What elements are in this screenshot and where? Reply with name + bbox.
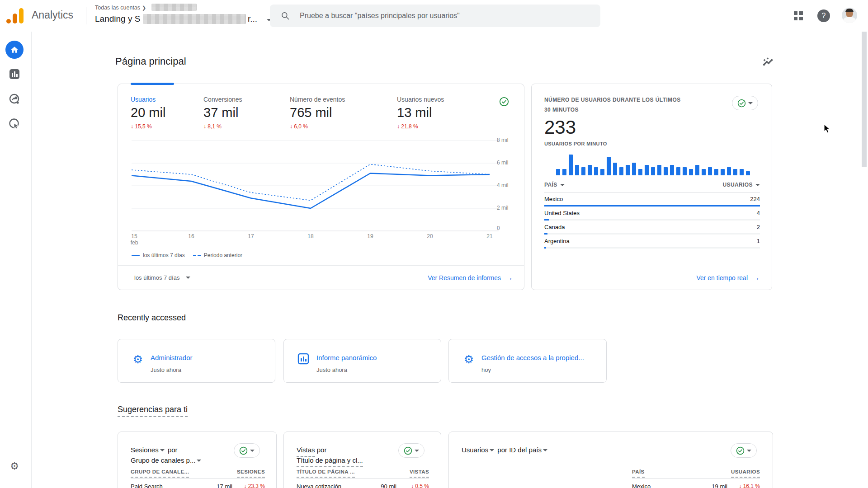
dimension-column-header[interactable]: GRUPO DE CANALE... (131, 469, 189, 478)
caret-down-icon (560, 184, 565, 186)
realtime-title-line2: 30 MINUTOS (544, 107, 579, 113)
x-axis-tick: 15feb (131, 233, 138, 246)
check-circle-icon (499, 97, 509, 107)
dimension-selector[interactable]: Grupo de canales p... (131, 456, 203, 464)
metric-tab-usuarios[interactable]: Usuarios 20 mil ↓ 15,5 % (131, 96, 165, 130)
users-column-header[interactable]: USUARIOS (722, 182, 760, 188)
caret-down-icon (197, 460, 201, 462)
arrow-down-icon: ↓ (203, 123, 206, 130)
ad-target-cursor-icon (9, 118, 20, 130)
grid-icon (794, 11, 803, 20)
chevron-right-icon: ❯ (142, 5, 146, 10)
arrow-right-icon: → (505, 273, 513, 282)
nav-home-button[interactable] (5, 41, 24, 59)
country-column-header[interactable]: PAÍS (544, 182, 565, 188)
recent-item-gestion-accesos[interactable]: ⚙ Gestión de accesos a la propied... hoy (448, 339, 607, 383)
users-per-minute-bar-chart (556, 153, 755, 175)
table-row: Argentina1 (544, 235, 760, 249)
metric-tab-eventos[interactable]: Número de eventos 765 mil ↓ 6,0 % (290, 96, 345, 130)
arrow-right-icon: → (752, 273, 760, 282)
card-options-pill[interactable] (731, 443, 757, 458)
nav-reports-button[interactable] (5, 65, 24, 83)
analytics-home-page: Analytics Todas las cuentas❯ Landing y S… (0, 0, 868, 488)
metric-tab-conversiones[interactable]: Conversiones 37 mil ↓ 8,1 % (203, 96, 242, 130)
legend-current-period: los últimos 7 días (132, 252, 185, 258)
caret-down-icon (748, 102, 753, 104)
realtime-report-link[interactable]: Ver en tiempo real → (696, 273, 760, 282)
recent-item-administrador[interactable]: ⚙ Administrador Justo ahora (118, 339, 275, 383)
bar-chart-icon (9, 68, 20, 80)
table-row: Mexico 19 mil ↓ 16,1 % (632, 483, 760, 488)
dimension-column-header[interactable]: PAÍS (632, 469, 645, 478)
insights-button[interactable] (761, 56, 775, 69)
check-circle-icon (737, 99, 746, 108)
vertical-scrollbar[interactable] (862, 32, 867, 167)
breadcrumb: Todas las cuentas❯ (95, 5, 146, 11)
x-axis-tick: 20 (427, 233, 433, 239)
metric-column-header[interactable]: USUARIOS (731, 469, 760, 478)
table-row: United States4 (544, 206, 760, 221)
metric-column-header[interactable]: VISTAS (410, 469, 429, 478)
left-navigation-rail: ⚙ (0, 32, 32, 488)
card-options-pill[interactable] (398, 443, 425, 458)
nav-advertising-button[interactable] (5, 115, 24, 133)
date-range-selector[interactable]: los últimos 7 días (134, 274, 190, 281)
check-circle-icon (736, 446, 745, 455)
suggestion-card-sesiones: Sesiones por Grupo de canales p... GRUPO… (118, 432, 277, 488)
property-name[interactable]: Landing y S (95, 14, 140, 24)
overview-card-footer: los últimos 7 días Ver Resumen de inform… (118, 265, 524, 290)
help-button[interactable]: ? (816, 9, 831, 23)
card-title: Vistas por Título de página y cl... (297, 445, 363, 465)
suggestion-card-vistas: Vistas por Título de página y cl... TÍTU… (283, 432, 441, 488)
solid-line-swatch-icon (132, 255, 140, 256)
chart-legend: los últimos 7 días Periodo anterior (132, 252, 242, 258)
insights-sparkline-icon (761, 56, 775, 69)
suggestions-title: Sugerencias para ti (118, 405, 188, 414)
search-placeholder: Pruebe a buscar "países principales por … (300, 12, 460, 20)
data-quality-button[interactable] (499, 97, 509, 107)
metric-selector[interactable]: Vistas (297, 446, 315, 457)
arrow-down-icon: ↓ (397, 123, 400, 130)
google-analytics-logo-icon[interactable] (8, 7, 26, 24)
arrow-down-icon: ↓ (290, 123, 292, 130)
caret-down-icon (755, 184, 760, 186)
realtime-options-pill[interactable] (732, 96, 758, 110)
dimension-selector[interactable]: por ID del país (497, 446, 549, 454)
card-title: Sesiones por Grupo de canales p... (131, 445, 203, 465)
metric-column-header[interactable]: SESIONES (237, 469, 265, 478)
dashed-line-swatch-icon (193, 255, 201, 256)
gear-icon: ⚙ (462, 353, 475, 366)
metric-selector[interactable]: Sesiones (131, 446, 166, 454)
realtime-card: NÚMERO DE USUARIOS DURANTE LOS ÚLTIMOS 3… (531, 84, 772, 290)
search-bar[interactable]: Pruebe a buscar "países principales por … (270, 5, 600, 27)
y-axis-tick: 4 mil (497, 182, 508, 188)
recent-item-informe-panoramico[interactable]: Informe panorámico Justo ahora (283, 339, 441, 383)
nav-explore-button[interactable] (5, 90, 24, 108)
card-options-pill[interactable] (234, 443, 260, 458)
caret-down-icon (543, 449, 547, 451)
nav-admin-button[interactable]: ⚙ (5, 457, 24, 475)
redacted-account-name (151, 4, 197, 11)
dimension-selector[interactable]: Título de página y cl... (297, 456, 363, 467)
realtime-title-line1: NÚMERO DE USUARIOS DURANTE LOS ÚLTIMOS (544, 97, 681, 103)
metric-tab-usuarios-nuevos[interactable]: Usuarios nuevos 13 mil ↓ 21,8 % (397, 96, 444, 130)
dimension-column-header[interactable]: TÍTULO DE PÁGINA ... (297, 469, 355, 478)
active-tab-indicator (131, 83, 174, 85)
header-divider (86, 7, 86, 24)
caret-down-icon (747, 450, 751, 452)
metric-selector[interactable]: Usuarios (462, 446, 495, 454)
suggestion-card-usuarios-pais: Usuarios por ID del país PAÍS USUARIOS M… (448, 432, 773, 488)
help-icon: ? (817, 9, 830, 22)
x-axis-tick: 16 (188, 233, 194, 239)
reports-snapshot-link[interactable]: Ver Resumen de informes → (428, 273, 513, 282)
arrow-down-icon: ↓ (244, 483, 246, 488)
table-row: Mexico224 (544, 192, 760, 206)
x-axis-tick: 18 (307, 233, 313, 239)
gear-icon: ⚙ (10, 460, 19, 472)
apps-grid-button[interactable] (791, 9, 806, 23)
y-axis-tick: 2 mil (497, 205, 508, 211)
gear-icon: ⚙ (132, 353, 144, 366)
caret-down-icon (160, 449, 165, 451)
account-avatar[interactable] (842, 8, 857, 23)
check-circle-icon (404, 446, 412, 455)
